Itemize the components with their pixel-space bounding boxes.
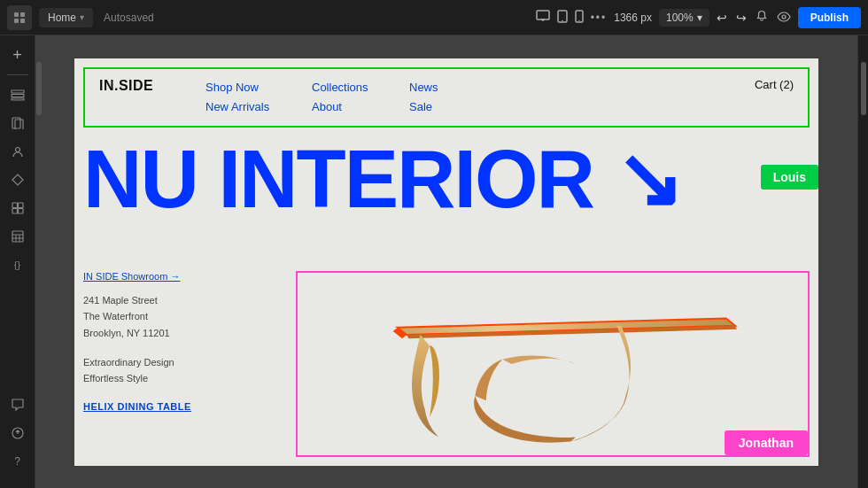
brand-name: IN.SIDE (99, 78, 205, 94)
left-scroll-thumb (36, 62, 42, 115)
about-link[interactable]: About (312, 97, 409, 117)
tagline-block: Extraordinary Design Effortless Style (83, 354, 296, 387)
nav-group-news: News Sale (409, 78, 498, 117)
address-block: 241 Maple Street The Waterfront Brooklyn… (83, 292, 296, 342)
elements-icon[interactable] (5, 196, 30, 221)
bottom-content: IN SIDE Showroom → 241 Maple Street The … (83, 271, 810, 457)
svg-rect-2 (14, 19, 19, 23)
upgrade-icon[interactable] (5, 421, 30, 445)
address-line1: 241 Maple Street (83, 292, 296, 309)
assets-icon[interactable] (5, 167, 30, 192)
svg-rect-4 (537, 11, 549, 19)
nav-group-shop: Shop Now New Arrivals (205, 78, 312, 117)
tagline-line2: Effortless Style (83, 370, 296, 387)
app-logo (7, 5, 32, 30)
site-preview: IN.SIDE Shop Now New Arrivals Collection… (74, 58, 818, 466)
notifications-icon[interactable] (756, 10, 768, 25)
address-line3: Brooklyn, NY 11201 (83, 325, 296, 342)
svg-point-17 (15, 148, 19, 152)
shop-now-link[interactable]: Shop Now (205, 78, 312, 97)
svg-rect-0 (14, 12, 19, 17)
svg-point-10 (578, 19, 579, 20)
tagline-line1: Extraordinary Design (83, 354, 296, 371)
publish-button[interactable]: Publish (798, 7, 861, 28)
redo-button[interactable]: ↪ (736, 11, 747, 25)
svg-rect-1 (20, 12, 25, 17)
autosaved-status: Autosaved (104, 12, 154, 24)
more-options[interactable]: ••• (591, 12, 608, 24)
right-sidebar (857, 35, 868, 488)
showroom-link[interactable]: IN SIDE Showroom → (83, 271, 296, 282)
toolbar-actions: ↩ ↪ (717, 10, 791, 25)
svg-rect-19 (18, 203, 23, 208)
code-icon[interactable]: {} (5, 252, 30, 277)
toolbar: Home ▾ Autosaved ••• 1366 px 100% (0, 0, 868, 35)
nav-group-collections: Collections About (312, 78, 409, 117)
table-icon[interactable] (5, 224, 30, 249)
left-scroll (35, 35, 43, 488)
svg-rect-3 (20, 19, 25, 23)
table-svg (298, 273, 808, 455)
sidebar-bottom: ? (5, 392, 30, 481)
add-element-button[interactable]: + (5, 43, 30, 67)
tab-label: Home (48, 12, 76, 24)
help-icon[interactable]: ? (5, 449, 30, 474)
svg-rect-14 (12, 98, 24, 100)
pages-icon[interactable] (5, 111, 30, 136)
nav-container: IN.SIDE Shop Now New Arrivals Collection… (83, 67, 810, 128)
home-tab[interactable]: Home ▾ (39, 8, 93, 27)
members-icon[interactable] (5, 139, 30, 164)
zoom-control[interactable]: 100% ▾ (659, 9, 709, 27)
collections-link[interactable]: Collections (312, 78, 409, 97)
comments-icon[interactable] (5, 392, 30, 417)
product-link[interactable]: HELIX DINING TABLE (83, 401, 296, 412)
svg-rect-20 (12, 209, 18, 214)
undo-button[interactable]: ↩ (717, 11, 727, 25)
left-content: IN SIDE Showroom → 241 Maple Street The … (83, 271, 296, 457)
svg-point-8 (562, 19, 563, 21)
news-link[interactable]: News (409, 78, 498, 97)
svg-rect-18 (12, 203, 18, 208)
svg-rect-12 (12, 90, 24, 93)
layers-icon[interactable] (5, 82, 30, 107)
sidebar-divider (7, 74, 28, 75)
desktop-icon[interactable] (536, 10, 550, 25)
right-scroll-thumb (861, 62, 866, 115)
product-image: Jonathan (296, 271, 810, 457)
address-line2: The Waterfront (83, 308, 296, 325)
left-sidebar: + (0, 35, 35, 488)
svg-point-11 (782, 15, 786, 19)
nav-inner: IN.SIDE Shop Now New Arrivals Collection… (99, 78, 794, 117)
jonathan-badge: Jonathan (725, 430, 808, 455)
svg-rect-16 (15, 120, 23, 129)
preview-icon[interactable] (777, 11, 791, 25)
canvas-area[interactable]: IN.SIDE Shop Now New Arrivals Collection… (35, 35, 857, 488)
tablet-icon[interactable] (557, 10, 568, 26)
new-arrivals-link[interactable]: New Arrivals (205, 97, 312, 117)
svg-rect-22 (12, 231, 23, 242)
device-switcher (536, 10, 584, 26)
sale-link[interactable]: Sale (409, 97, 498, 117)
tab-chevron: ▾ (80, 12, 84, 22)
main-layout: + (0, 35, 868, 488)
canvas-size: 1366 px (614, 12, 652, 24)
svg-rect-21 (18, 209, 23, 214)
mobile-icon[interactable] (575, 10, 584, 26)
cart-button[interactable]: Cart (2) (755, 78, 794, 91)
hero-title: NU INTERIOR ↘ (83, 138, 810, 220)
svg-rect-13 (12, 95, 24, 97)
